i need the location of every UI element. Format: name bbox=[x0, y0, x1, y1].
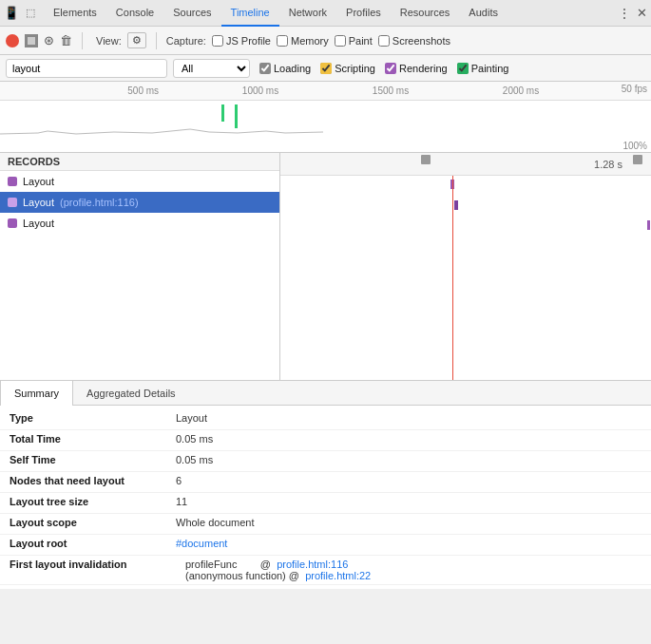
detail-key-scope: Layout scope bbox=[10, 517, 176, 528]
detail-tree-size: Layout tree size 11 bbox=[0, 493, 651, 514]
detail-value-type: Layout bbox=[176, 412, 207, 424]
stop-button[interactable] bbox=[25, 34, 38, 47]
screenshots-checkbox[interactable]: Screenshots bbox=[378, 35, 450, 47]
record-dot-1 bbox=[8, 177, 17, 186]
detail-root: Layout root #document bbox=[0, 535, 651, 556]
records-right: 1.28 s bbox=[280, 153, 651, 380]
detail-scope: Layout scope Whole document bbox=[0, 514, 651, 535]
tab-timeline[interactable]: Timeline bbox=[221, 0, 279, 27]
tab-console[interactable]: Console bbox=[106, 0, 163, 27]
record-label-2: Layout bbox=[23, 197, 54, 208]
details-tabs: Summary Aggregated Details bbox=[0, 381, 651, 406]
detail-value-self-time: 0.05 ms bbox=[176, 454, 213, 465]
record-bar-3 bbox=[647, 220, 650, 230]
rendering-checkbox[interactable]: Rendering bbox=[385, 63, 448, 74]
timeline-area: 500 ms 1000 ms 1500 ms 2000 ms 50 fps 10… bbox=[0, 82, 651, 153]
close-icon[interactable]: ✕ bbox=[637, 6, 647, 20]
detail-value-invalidation: profileFunc @ profile.html:116 (anonymou… bbox=[176, 559, 371, 581]
details-area: Summary Aggregated Details Type Layout T… bbox=[0, 381, 651, 589]
records-left: RECORDS Layout Layout (profile.html:116)… bbox=[0, 153, 280, 380]
time-mark-2000: 2000 ms bbox=[503, 85, 539, 96]
profile-link-22[interactable]: profile.html:22 bbox=[305, 570, 371, 581]
loading-checkbox[interactable]: Loading bbox=[259, 63, 311, 74]
time-mark-1000: 1000 ms bbox=[242, 85, 278, 96]
detail-value-tree-size: 11 bbox=[176, 496, 187, 507]
drag-handle-left[interactable] bbox=[421, 155, 431, 164]
inspect-icon[interactable]: ⬚ bbox=[23, 6, 38, 21]
detail-key-tree-size: Layout tree size bbox=[10, 496, 176, 507]
records-header: RECORDS bbox=[0, 153, 279, 171]
view-options-icon[interactable]: ⚙ bbox=[127, 32, 146, 48]
details-content: Type Layout Total Time 0.05 ms Self Time… bbox=[0, 406, 651, 589]
search-bar: All Loading Scripting Rendering Painting… bbox=[0, 55, 651, 82]
memory-checkbox[interactable]: Memory bbox=[277, 35, 329, 47]
detail-self-time: Self Time 0.05 ms bbox=[0, 451, 651, 472]
top-toolbar: 📱 ⬚ Elements Console Sources Timeline Ne… bbox=[0, 0, 651, 27]
detail-value-root: #document bbox=[176, 538, 227, 549]
mobile-icon[interactable]: 📱 bbox=[4, 6, 19, 21]
detail-type: Type Layout bbox=[0, 409, 651, 430]
top-right-controls: ⋮ ✕ bbox=[618, 6, 647, 21]
tab-summary[interactable]: Summary bbox=[0, 381, 73, 406]
tab-sources[interactable]: Sources bbox=[163, 0, 220, 27]
second-toolbar: ⊛ 🗑 View: ⚙ Capture: JS Profile Memory P… bbox=[0, 27, 651, 55]
detail-value-total-time: 0.05 ms bbox=[176, 433, 213, 445]
record-row-3[interactable]: Layout bbox=[0, 213, 279, 234]
records-area: RECORDS Layout Layout (profile.html:116)… bbox=[0, 153, 651, 381]
separator-2 bbox=[156, 32, 157, 49]
tab-resources[interactable]: Resources bbox=[391, 0, 460, 27]
tab-audits[interactable]: Audits bbox=[459, 0, 507, 27]
more-options-icon[interactable]: ⋮ bbox=[618, 6, 631, 21]
detail-nodes: Nodes that need layout 6 bbox=[0, 472, 651, 493]
time-indicator-line bbox=[452, 176, 453, 380]
record-dot-3 bbox=[8, 218, 17, 228]
record-label-1: Layout bbox=[23, 176, 54, 187]
wave-overlay bbox=[0, 120, 651, 139]
painting-checkbox[interactable]: Painting bbox=[457, 63, 509, 74]
record-button[interactable] bbox=[6, 34, 19, 47]
nav-tabs: Elements Console Sources Timeline Networ… bbox=[44, 0, 618, 27]
time-mark-1500: 1500 ms bbox=[373, 85, 409, 96]
percent-label: 100% bbox=[622, 141, 647, 151]
filter-checkboxes: Loading Scripting Rendering Painting bbox=[259, 63, 508, 74]
record-row-1[interactable]: Layout bbox=[0, 171, 279, 192]
capture-label: Capture: bbox=[166, 35, 206, 47]
scripting-checkbox[interactable]: Scripting bbox=[320, 63, 375, 74]
separator-1 bbox=[82, 32, 83, 49]
tab-network[interactable]: Network bbox=[279, 0, 336, 27]
time-ruler: 500 ms 1000 ms 1500 ms 2000 ms 50 fps bbox=[0, 82, 651, 101]
detail-invalidation: First layout invalidation profileFunc @ … bbox=[0, 556, 651, 585]
detail-total-time: Total Time 0.05 ms bbox=[0, 430, 651, 451]
tab-aggregated[interactable]: Aggregated Details bbox=[73, 381, 189, 406]
filter-select[interactable]: All Loading Scripting Rendering Painting bbox=[173, 59, 250, 78]
detail-key-type: Type bbox=[10, 412, 176, 424]
profile-link-116[interactable]: profile.html:116 bbox=[277, 559, 348, 570]
record-link-2[interactable]: (profile.html:116) bbox=[60, 197, 139, 208]
fps-label: 50 fps bbox=[622, 84, 647, 94]
detail-key-root: Layout root bbox=[10, 538, 176, 549]
time-mark-500: 500 ms bbox=[127, 85, 159, 96]
tab-profiles[interactable]: Profiles bbox=[336, 0, 391, 27]
tab-elements[interactable]: Elements bbox=[44, 0, 106, 27]
detail-key-nodes: Nodes that need layout bbox=[10, 475, 176, 486]
detail-value-scope: Whole document bbox=[176, 517, 255, 528]
filter-icon[interactable]: ⊛ bbox=[44, 33, 54, 47]
detail-key-self-time: Self Time bbox=[10, 454, 176, 465]
search-input[interactable] bbox=[6, 59, 167, 78]
record-label-3: Layout bbox=[23, 218, 54, 229]
drag-handle-right[interactable] bbox=[633, 155, 642, 164]
record-row-2[interactable]: Layout (profile.html:116) bbox=[0, 192, 279, 213]
view-label: View: bbox=[96, 35, 122, 47]
record-dot-2 bbox=[8, 198, 17, 207]
paint-checkbox[interactable]: Paint bbox=[335, 35, 373, 47]
timeline-content[interactable]: 100% bbox=[0, 101, 651, 153]
detail-key-invalidation: First layout invalidation bbox=[10, 559, 176, 570]
detail-key-total-time: Total Time bbox=[10, 433, 176, 445]
document-link[interactable]: #document bbox=[176, 538, 227, 549]
time-marker-label: 1.28 s bbox=[594, 159, 622, 170]
trash-icon[interactable]: 🗑 bbox=[60, 33, 72, 47]
js-profile-checkbox[interactable]: JS Profile bbox=[212, 35, 271, 47]
toolbar-icons: 📱 ⬚ bbox=[4, 6, 38, 21]
detail-value-nodes: 6 bbox=[176, 475, 182, 486]
records-right-header: 1.28 s bbox=[280, 153, 651, 176]
